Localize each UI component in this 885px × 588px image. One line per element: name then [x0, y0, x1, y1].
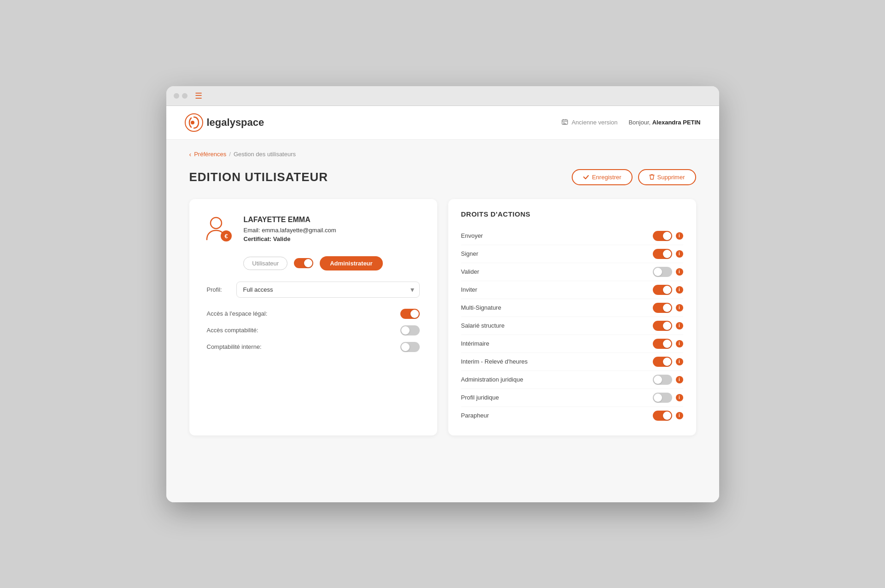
right-toggle-0[interactable]	[653, 231, 672, 241]
user-profile-top: € LAFAYETTE EMMA Email: emma.lafayette@g…	[202, 213, 424, 245]
profil-label: Profil:	[207, 286, 230, 293]
access-legal-row: Accès à l'espace légal:	[202, 309, 424, 319]
right-controls: i	[653, 249, 683, 259]
user-email: Email: emma.lafayette@gmail.com	[244, 227, 336, 234]
info-dot[interactable]: i	[676, 268, 683, 276]
info-dot[interactable]: i	[676, 376, 683, 383]
right-controls: i	[653, 375, 683, 385]
right-row: Salarié structurei	[461, 317, 683, 335]
info-dot[interactable]: i	[676, 304, 683, 312]
right-row: Envoyeri	[461, 227, 683, 245]
two-col-layout: € LAFAYETTE EMMA Email: emma.lafayette@g…	[189, 199, 696, 435]
access-compta-interne-row: Comptabilité interne:	[202, 342, 424, 352]
access-legal-label: Accès à l'espace légal:	[207, 310, 268, 317]
breadcrumb-current: Gestion des utilisateurs	[234, 151, 296, 158]
profil-select[interactable]: Full access	[236, 282, 420, 298]
right-label: Profil juridique	[461, 394, 499, 401]
user-card: € LAFAYETTE EMMA Email: emma.lafayette@g…	[189, 199, 437, 435]
right-toggle-3[interactable]	[653, 285, 672, 295]
trash-icon	[649, 174, 655, 180]
access-compta-row: Accès comptabilité:	[202, 325, 424, 335]
profil-row: Profil: Full access ▾	[202, 282, 424, 298]
logo-text: legalyspace	[207, 117, 264, 129]
right-row: Multi-Signaturei	[461, 299, 683, 317]
right-row: Inviteri	[461, 281, 683, 299]
top-header: legalyspace Ancienne version Bonjour, Al…	[166, 106, 719, 140]
supprimer-button[interactable]: Supprimer	[638, 169, 696, 185]
right-controls: i	[653, 339, 683, 349]
right-toggle-2[interactable]	[653, 267, 672, 277]
right-label: Salarié structure	[461, 322, 505, 329]
info-dot[interactable]: i	[676, 232, 683, 240]
right-toggle-5[interactable]	[653, 321, 672, 331]
role-utilisateur-button[interactable]: Utilisateur	[243, 257, 287, 270]
right-label: Multi-Signature	[461, 304, 501, 311]
info-dot[interactable]: i	[676, 340, 683, 347]
logo-area: legalyspace	[185, 113, 264, 132]
hamburger-icon[interactable]: ☰	[195, 91, 202, 101]
action-buttons: Enregistrer Supprimer	[572, 169, 696, 185]
check-icon	[583, 174, 589, 180]
right-label: Inviter	[461, 286, 477, 293]
header-right: Ancienne version Bonjour, Alexandra PETI…	[562, 119, 701, 126]
greeting-text: Bonjour, Alexandra PETIN	[628, 119, 700, 126]
info-dot[interactable]: i	[676, 250, 683, 258]
right-row: Signeri	[461, 245, 683, 263]
right-toggle-7[interactable]	[653, 357, 672, 367]
dot-1	[174, 93, 179, 99]
right-row: Parapheuri	[461, 407, 683, 424]
info-dot[interactable]: i	[676, 358, 683, 365]
right-toggle-6[interactable]	[653, 339, 672, 349]
right-toggle-1[interactable]	[653, 249, 672, 259]
right-row: Administration juridiquei	[461, 371, 683, 389]
role-toggle-row: Utilisateur Administrateur	[202, 256, 424, 270]
user-avatar: €	[202, 213, 234, 245]
right-toggle-10[interactable]	[653, 411, 672, 421]
info-dot[interactable]: i	[676, 394, 683, 401]
right-controls: i	[653, 285, 683, 295]
access-compta-label: Accès comptabilité:	[207, 327, 258, 334]
svg-point-1	[191, 121, 194, 124]
right-controls: i	[653, 411, 683, 421]
right-toggle-9[interactable]	[653, 393, 672, 403]
page-title-row: EDITION UTILISATEUR Enregistrer Supprime…	[189, 169, 696, 185]
enregistrer-button[interactable]: Enregistrer	[572, 169, 633, 185]
info-dot[interactable]: i	[676, 322, 683, 329]
right-controls: i	[653, 321, 683, 331]
breadcrumb-arrow: ‹	[189, 151, 192, 158]
right-label: Envoyer	[461, 232, 483, 239]
breadcrumb-preferences-link[interactable]: Préférences	[194, 151, 226, 158]
svg-text:€: €	[224, 232, 228, 239]
svg-point-3	[211, 218, 222, 229]
right-controls: i	[653, 231, 683, 241]
right-toggle-4[interactable]	[653, 303, 672, 313]
access-compta-interne-label: Comptabilité interne:	[207, 343, 262, 350]
role-administrateur-button[interactable]: Administrateur	[320, 256, 382, 270]
history-icon	[562, 119, 569, 126]
role-toggle-switch[interactable]	[294, 258, 313, 268]
info-dot[interactable]: i	[676, 286, 683, 294]
dot-2	[182, 93, 188, 99]
rights-list: EnvoyeriSigneriValideriInviteriMulti-Sig…	[461, 227, 683, 424]
access-compta-toggle[interactable]	[400, 325, 420, 335]
right-label: Administration juridique	[461, 376, 523, 383]
rights-card: DROITS D'ACTIONS EnvoyeriSigneriValideri…	[448, 199, 696, 435]
page-title: EDITION UTILISATEUR	[189, 170, 328, 184]
access-legal-toggle[interactable]	[400, 309, 420, 319]
right-controls: i	[653, 267, 683, 277]
browser-window: ☰ legalyspace	[166, 86, 719, 502]
logo-icon	[185, 113, 203, 132]
access-compta-interne-toggle[interactable]	[400, 342, 420, 352]
right-toggle-8[interactable]	[653, 375, 672, 385]
breadcrumb: ‹ Préférences / Gestion des utilisateurs	[189, 151, 696, 158]
browser-toolbar: ☰	[166, 86, 719, 106]
ancienne-version-link[interactable]: Ancienne version	[562, 119, 618, 126]
right-label: Intérimaire	[461, 340, 489, 347]
info-dot[interactable]: i	[676, 412, 683, 419]
user-info-text: LAFAYETTE EMMA Email: emma.lafayette@gma…	[244, 216, 336, 242]
right-row: Valideri	[461, 263, 683, 281]
right-label: Parapheur	[461, 412, 489, 419]
profil-select-container: Full access ▾	[236, 282, 420, 298]
breadcrumb-separator: /	[229, 151, 231, 158]
right-label: Signer	[461, 250, 479, 257]
